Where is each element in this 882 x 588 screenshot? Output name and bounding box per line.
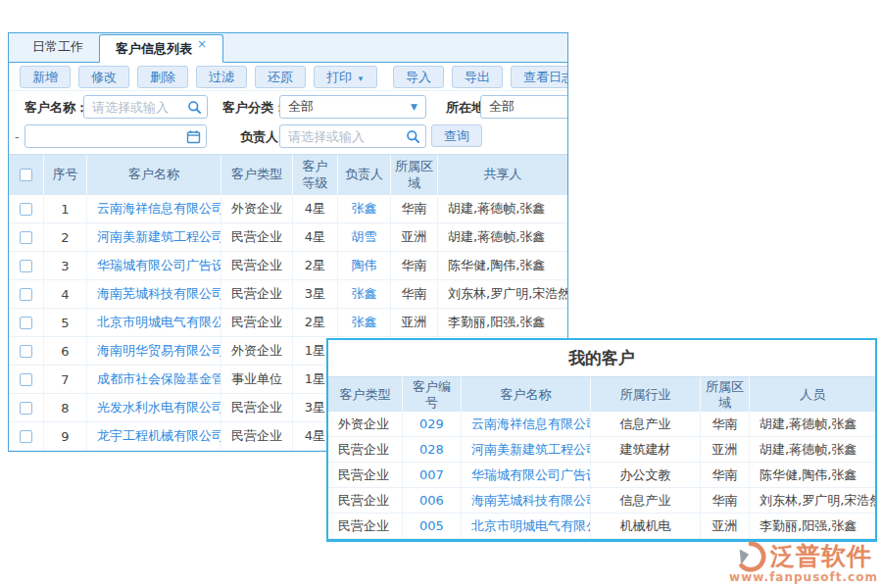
customer-name-link[interactable]: 海南芜城科技有限公司 — [87, 280, 221, 308]
region: 华南 — [701, 488, 750, 513]
filter-button[interactable]: 过滤 — [196, 66, 247, 88]
customer-type: 民营企业 — [221, 309, 293, 336]
calendar-icon[interactable] — [186, 129, 201, 144]
row-checkbox-cell[interactable] — [9, 223, 44, 251]
export-button[interactable]: 导出 — [452, 66, 503, 88]
region-select[interactable]: 全部 — [480, 95, 568, 119]
row-checkbox-cell[interactable] — [9, 366, 44, 393]
customer-code-link[interactable]: 005 — [403, 514, 462, 538]
tab-customer-info-list[interactable]: 客户信息列表 × — [99, 34, 223, 63]
search-icon[interactable] — [187, 100, 202, 115]
search-icon[interactable] — [406, 129, 420, 144]
row-checkbox[interactable] — [20, 373, 32, 386]
row-checkbox-cell[interactable] — [9, 337, 44, 365]
select-all-checkbox[interactable] — [20, 169, 32, 181]
my-customers-body: 外资企业 029 云南海祥信息有限公司 信息产业 华南 胡建,蒋德帧,张鑫 民营… — [328, 412, 875, 539]
customer-type: 民营企业 — [221, 280, 293, 308]
delete-button[interactable]: 删除 — [137, 66, 188, 88]
row-checkbox[interactable] — [20, 345, 32, 358]
date-input[interactable] — [25, 125, 206, 147]
table-row[interactable]: 民营企业 006 海南芜城科技有限公司 信息产业 华南 刘东林,罗广明,宋浩然,… — [328, 488, 875, 514]
row-checkbox-cell[interactable] — [9, 309, 44, 336]
row-checkbox-cell[interactable] — [9, 394, 44, 421]
customer-name-link[interactable]: 华瑞城有限公司广告设计部 — [462, 463, 591, 487]
shared-persons: 陈华健,陶伟,张鑫 — [438, 252, 567, 279]
customer-code-link[interactable]: 007 — [403, 463, 462, 487]
logo-text: 泛普软件 — [770, 540, 872, 572]
edit-button[interactable]: 修改 — [78, 66, 129, 88]
add-button[interactable]: 新增 — [20, 66, 71, 88]
table-row[interactable]: 5 北京市明城电气有限公司 民营企业 2星 张鑫 亚洲 李勤丽,阳强,张鑫 — [9, 309, 567, 337]
logo-url: www.fanpusoft.com — [729, 570, 878, 584]
row-checkbox-cell[interactable] — [9, 422, 44, 450]
col-customer-name: 客户名称 — [462, 377, 591, 414]
row-checkbox[interactable] — [20, 203, 32, 216]
row-checkbox-cell[interactable] — [9, 252, 44, 279]
table-row[interactable]: 民营企业 005 北京市明城电气有限公司 机械机电 亚洲 李勤丽,阳强,张鑫 — [328, 514, 875, 539]
row-checkbox-cell[interactable] — [9, 195, 44, 222]
customer-name-link[interactable]: 河南美新建筑工程公司 — [462, 437, 591, 462]
search-button[interactable]: 查询 — [431, 124, 482, 147]
row-checkbox-cell[interactable] — [9, 280, 44, 308]
select-all-cell[interactable] — [9, 155, 44, 195]
customer-type: 外资企业 — [221, 337, 293, 365]
customer-code-link[interactable]: 028 — [403, 437, 462, 462]
leader-input[interactable] — [280, 125, 425, 147]
region: 华南 — [391, 252, 438, 279]
customer-name-link[interactable]: 北京市明城电气有限公司 — [462, 514, 591, 538]
table-row[interactable]: 民营企业 028 河南美新建筑工程公司 建筑建材 亚洲 胡建,蒋德帧,张鑫 — [328, 437, 875, 463]
shared-persons: 李勤丽,阳强,张鑫 — [438, 309, 567, 336]
customer-name-field[interactable] — [83, 95, 208, 119]
leader-link[interactable]: 张鑫 — [338, 195, 391, 222]
close-icon[interactable]: × — [197, 32, 207, 58]
row-index: 3 — [44, 252, 87, 279]
customer-type: 民营企业 — [221, 252, 293, 279]
row-checkbox[interactable] — [20, 231, 32, 244]
customer-code-link[interactable]: 006 — [403, 488, 462, 513]
region: 华南 — [391, 280, 438, 308]
customer-name-link[interactable]: 河南美新建筑工程公司 — [87, 223, 221, 251]
print-button[interactable]: 打印▼ — [314, 66, 377, 88]
customer-name-link[interactable]: 云南海祥信息有限公司 — [87, 195, 221, 222]
table-row[interactable]: 2 河南美新建筑工程公司 民营企业 4星 胡雪 亚洲 胡建,蒋德帧,张鑫 — [9, 223, 567, 252]
customer-name-link[interactable]: 光发水利水电有限公司 — [87, 394, 221, 421]
tab-daily-work[interactable]: 日常工作 — [17, 33, 99, 62]
customer-name-link[interactable]: 海南芜城科技有限公司 — [462, 488, 591, 513]
row-checkbox[interactable] — [20, 402, 32, 415]
staff: 陈华健,陶伟,张鑫 — [750, 463, 875, 487]
customer-name-link[interactable]: 北京市明城电气有限公司 — [87, 309, 221, 336]
table-row[interactable]: 4 海南芜城科技有限公司 民营企业 3星 张鑫 华南 刘东林,罗广明,宋浩然,张… — [9, 280, 567, 309]
leader-link[interactable]: 张鑫 — [338, 309, 391, 336]
industry: 建筑建材 — [591, 437, 701, 462]
leader-field[interactable] — [279, 124, 426, 148]
table-row[interactable]: 1 云南海祥信息有限公司 外资企业 4星 张鑫 华南 胡建,蒋德帧,张鑫 — [9, 195, 567, 223]
view-log-button[interactable]: 查看日志 — [511, 66, 568, 88]
customer-code-link[interactable]: 029 — [403, 412, 462, 436]
row-checkbox[interactable] — [20, 260, 32, 272]
import-button[interactable]: 导入 — [393, 66, 444, 88]
table-row[interactable]: 民营企业 007 华瑞城有限公司广告设计部 办公文教 华南 陈华健,陶伟,张鑫 — [328, 463, 875, 488]
chevron-down-icon: ▼ — [357, 74, 365, 83]
customer-type: 民营企业 — [221, 223, 293, 251]
row-checkbox[interactable] — [20, 430, 32, 443]
date-field[interactable] — [24, 124, 207, 148]
customer-name-link[interactable]: 云南海祥信息有限公司 — [462, 412, 591, 436]
restore-button[interactable]: 还原 — [255, 66, 306, 88]
customer-name-link[interactable]: 海南明华贸易有限公司 — [87, 337, 221, 365]
leader-link[interactable]: 陶伟 — [338, 252, 391, 279]
col-customer-level: 客户等级 — [293, 155, 338, 195]
row-checkbox[interactable] — [20, 317, 32, 329]
table-row[interactable]: 3 华瑞城有限公司广告设计部 民营企业 2星 陶伟 华南 陈华健,陶伟,张鑫 — [9, 252, 567, 280]
customer-level: 3星 — [293, 280, 338, 308]
customer-name-link[interactable]: 成都市社会保险基金管理... — [87, 366, 221, 393]
row-checkbox[interactable] — [20, 288, 32, 301]
leader-link[interactable]: 胡雪 — [338, 223, 391, 251]
customer-category-select[interactable]: 全部 ▼ — [279, 95, 426, 119]
customer-name-link[interactable]: 华瑞城有限公司广告设计部 — [87, 252, 221, 279]
region: 华南 — [701, 412, 750, 436]
table-row[interactable]: 外资企业 029 云南海祥信息有限公司 信息产业 华南 胡建,蒋德帧,张鑫 — [328, 412, 875, 437]
col-staff: 人员 — [750, 377, 875, 414]
industry: 信息产业 — [591, 488, 701, 513]
customer-name-link[interactable]: 龙宇工程机械有限公司 — [87, 422, 221, 450]
leader-link[interactable]: 张鑫 — [338, 280, 391, 308]
